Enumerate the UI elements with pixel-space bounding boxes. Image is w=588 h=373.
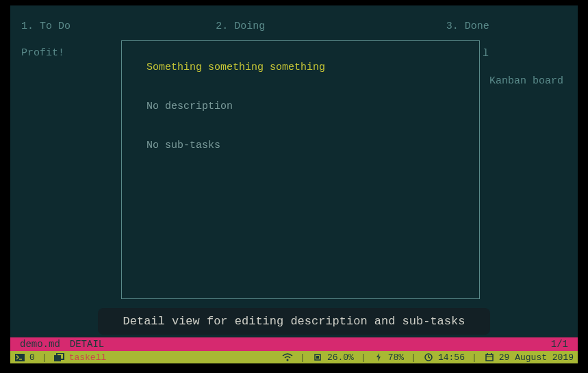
clock-icon [423, 352, 434, 362]
task-title[interactable]: Something something something [146, 62, 455, 73]
svg-point-4 [287, 359, 289, 361]
bolt-icon [373, 352, 384, 362]
battery-level: 78% [388, 352, 404, 363]
date-display: 29 August 2019 [499, 352, 574, 363]
calendar-icon [484, 352, 495, 362]
mode-indicator: DETAIL [70, 339, 104, 350]
svg-rect-0 [15, 354, 25, 361]
column-header-done[interactable]: 3. Done [446, 21, 567, 32]
position-indicator: 1/1 [551, 339, 568, 350]
statusbar-app: demo.md DETAIL 1/1 [10, 337, 578, 351]
column-header-doing[interactable]: 2. Doing [216, 21, 336, 32]
cpu-icon [312, 352, 323, 362]
svg-rect-6 [316, 356, 319, 359]
window-index: 0 [29, 352, 35, 363]
session-name: taskell [69, 352, 107, 363]
windows-icon [54, 352, 65, 362]
terminal-area: 1. To Do Profit! 2. Doing 3. Done l Kanb… [10, 5, 578, 363]
file-name: demo.md [20, 339, 60, 350]
cpu-usage: 26.0% [327, 352, 354, 363]
terminal-icon [14, 352, 25, 362]
statusbar-tmux: 0 | taskell | 26.0% | 78% | [10, 351, 578, 363]
svg-rect-10 [486, 355, 493, 361]
task-description[interactable]: No description [146, 101, 455, 112]
list-item[interactable]: Kanban board [489, 75, 563, 87]
wifi-icon [282, 352, 293, 362]
column-header-todo[interactable]: 1. To Do [21, 21, 142, 32]
task-subtasks[interactable]: No sub-tasks [146, 140, 455, 151]
detail-panel[interactable]: Something something something No descrip… [121, 40, 480, 299]
truncated-text: l [483, 48, 489, 60]
caption-overlay: Detail view for editing description and … [98, 308, 490, 335]
svg-line-9 [429, 357, 430, 358]
time-display: 14:56 [438, 352, 465, 363]
